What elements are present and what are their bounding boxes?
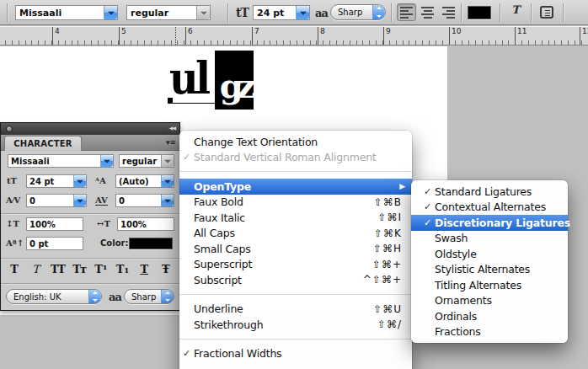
menu-item-opentype[interactable]: OpenType▶ [179, 179, 412, 195]
stepper-icon[interactable] [372, 5, 385, 19]
font-style-input[interactable] [127, 6, 196, 19]
language-value: English: UK [7, 292, 88, 302]
submenu-item-oldstyle[interactable]: Oldstyle [411, 246, 568, 262]
shortcut-label: ⇧⌘I [377, 211, 402, 223]
horizontal-scale-input[interactable] [118, 220, 174, 229]
baseline-shift-field[interactable] [26, 237, 83, 250]
panel-titlebar[interactable]: ◀◀ [1, 123, 179, 135]
panel-color-swatch[interactable] [129, 238, 173, 249]
menu-item-subscript[interactable]: Subscript^⇧⌘+ [179, 272, 412, 288]
font-size-icon: tT [7, 176, 17, 185]
font-size-input[interactable] [254, 6, 296, 19]
submenu-item-titling-alternates[interactable]: Titling Alternates [411, 277, 568, 293]
menu-item-label: Ordinals [435, 310, 568, 323]
submenu-item-fractions[interactable]: Fractions [411, 324, 568, 340]
submenu-item-discretionary-ligatures[interactable]: ✓Discretionary Ligatures [411, 215, 568, 231]
faux-italic-button[interactable]: T [26, 263, 46, 275]
menu-item-faux-bold[interactable]: Faux Bold⇧⌘B [179, 195, 412, 211]
checkmark-icon: ✓ [420, 201, 435, 212]
font-size-field[interactable] [253, 5, 310, 20]
panel-tracking-field[interactable] [115, 194, 174, 207]
menu-item-label: Superscript [194, 258, 372, 270]
panel-font-style-input[interactable] [120, 157, 161, 166]
menu-item-change-text-orientation[interactable]: Change Text Orientation [179, 134, 412, 150]
panel-kerning-input[interactable] [27, 196, 73, 206]
menu-item-label: Fractional Widths [194, 347, 412, 360]
language-popup[interactable]: English: UK [6, 289, 102, 304]
panel-anti-alias-popup[interactable]: Sharp [124, 289, 174, 304]
panel-font-style-field[interactable] [119, 154, 174, 168]
submenu-item-standard-ligatures[interactable]: ✓Standard Ligatures [411, 184, 568, 200]
font-style-field[interactable] [126, 5, 211, 20]
all-caps-button[interactable]: TT [47, 263, 67, 275]
panel-leading-input[interactable] [116, 177, 161, 186]
shortcut-label: ⇧⌘+ [372, 259, 402, 270]
text-color-swatch[interactable] [468, 6, 491, 19]
panel-font-family-field[interactable] [8, 154, 114, 168]
close-button[interactable] [6, 126, 13, 132]
align-center-button[interactable] [418, 3, 437, 21]
small-caps-button[interactable]: Tᴛ [69, 263, 89, 275]
menu-item-faux-italic[interactable]: Faux Italic⇧⌘I [179, 210, 412, 226]
underline-button[interactable]: T [134, 263, 154, 275]
warp-text-icon[interactable]: T [507, 4, 524, 21]
horizontal-scale-field[interactable] [117, 217, 174, 231]
shortcut-label: ⇧⌘U [373, 303, 402, 315]
menu-item-all-caps[interactable]: All Caps⇧⌘K [179, 226, 412, 242]
panel-divider [1, 213, 179, 214]
shortcut-label: ^⇧⌘+ [363, 274, 402, 286]
ruler-number: 7 [252, 27, 259, 45]
baseline-shift-input[interactable] [27, 239, 83, 249]
toggle-panels-icon[interactable] [540, 6, 553, 19]
menu-item-strikethrough[interactable]: Strikethrough⇧⌘/ [179, 317, 412, 333]
panel-font-family-input[interactable] [8, 157, 100, 166]
tracking-dropdown-icon[interactable] [161, 195, 174, 206]
stepper-icon[interactable] [88, 290, 101, 303]
leading-icon: ᴬA [95, 176, 106, 185]
font-family-input[interactable] [16, 6, 104, 19]
leading-dropdown-icon[interactable] [161, 175, 174, 187]
panel-font-family-dropdown-icon[interactable] [100, 155, 113, 167]
opentype-submenu: ✓Standard Ligatures✓Contextual Alternate… [411, 180, 568, 343]
align-left-button[interactable] [397, 3, 416, 21]
menu-separator [179, 294, 412, 295]
panel-tracking-input[interactable] [116, 196, 161, 206]
panel-kerning-field[interactable] [26, 194, 87, 207]
collapse-panel-icon[interactable]: ◀◀ [169, 125, 175, 131]
panel-leading-field[interactable] [115, 174, 174, 188]
font-family-dropdown-icon[interactable] [104, 6, 117, 19]
tab-character[interactable]: CHARACTER [4, 136, 82, 151]
superscript-button[interactable]: T¹ [91, 263, 111, 275]
ruler-number: 10 [449, 27, 461, 45]
submenu-item-ornaments[interactable]: Ornaments [411, 293, 568, 309]
baseline-shift-icon: Aª↑ [6, 238, 24, 248]
stepper-icon[interactable] [161, 290, 174, 303]
panel-size-field[interactable] [26, 174, 87, 188]
submenu-item-ordinals[interactable]: Ordinals [411, 308, 568, 324]
submenu-item-contextual-alternates[interactable]: ✓Contextual Alternates [411, 200, 568, 216]
subscript-button[interactable]: T₁ [113, 263, 133, 275]
vertical-scale-field[interactable] [26, 217, 83, 231]
submenu-item-stylistic-alternates[interactable]: Stylistic Alternates [411, 262, 568, 278]
toolbar-separator [563, 3, 564, 22]
panel-size-input[interactable] [27, 177, 73, 186]
menu-item-underline[interactable]: Underline⇧⌘U [179, 302, 412, 318]
kerning-dropdown-icon[interactable] [73, 195, 86, 206]
submenu-item-swash[interactable]: Swash [411, 231, 568, 247]
anti-alias-popup[interactable]: Sharp [330, 4, 386, 20]
align-right-button[interactable] [439, 3, 458, 21]
faux-bold-button[interactable]: T [4, 263, 24, 275]
strikethrough-button[interactable]: Ŧ [156, 263, 176, 275]
anti-alias-icon: aa [315, 7, 328, 19]
blackletter-text[interactable]: ul gz [164, 49, 307, 116]
menu-item-small-caps[interactable]: Small Caps⇧⌘H [179, 241, 412, 257]
size-dropdown-icon[interactable] [73, 175, 86, 187]
font-size-dropdown-icon[interactable] [296, 6, 309, 19]
menu-item-fractional-widths[interactable]: ✓Fractional Widths [179, 346, 412, 362]
panel-menu-icon[interactable]: ▾≡ [166, 138, 176, 147]
toolbar-separator [461, 3, 462, 22]
horizontal-ruler[interactable]: 456789101112 [0, 26, 588, 45]
font-family-field[interactable] [15, 5, 118, 20]
vertical-scale-input[interactable] [27, 220, 83, 229]
menu-item-superscript[interactable]: Superscript⇧⌘+ [179, 257, 412, 273]
